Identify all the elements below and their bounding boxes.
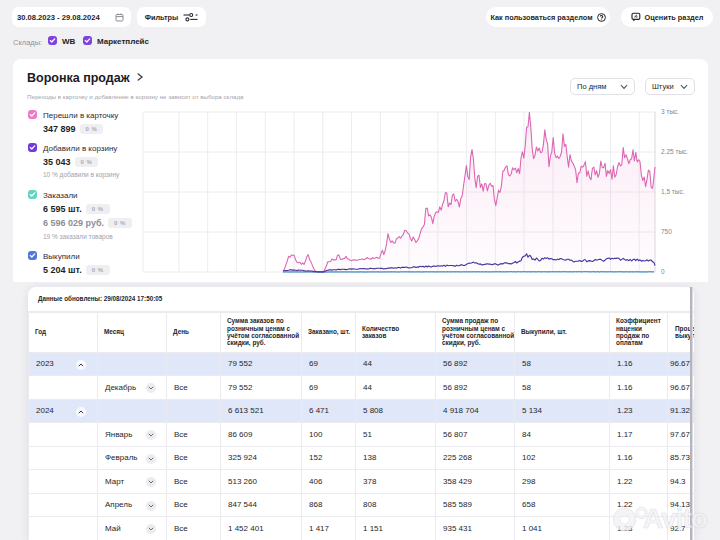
svg-text:Avito: Avito (643, 503, 708, 534)
